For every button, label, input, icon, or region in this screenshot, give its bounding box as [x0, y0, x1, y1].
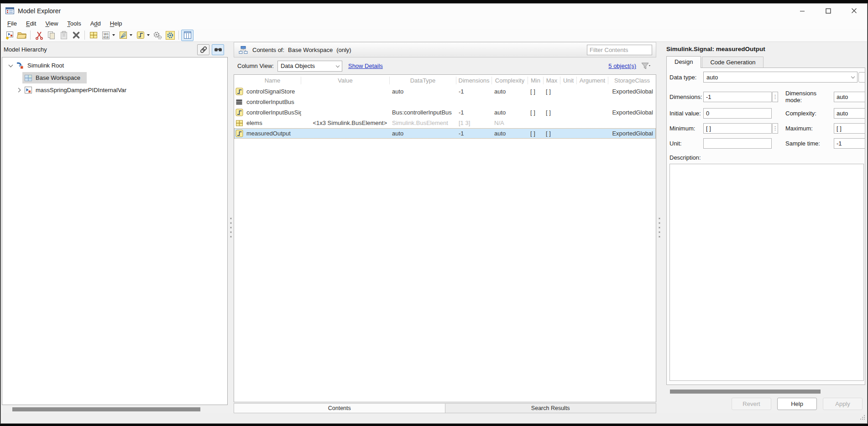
expand-toggle[interactable] — [15, 88, 22, 92]
close-button[interactable] — [841, 4, 867, 18]
screen: Model Explorer FileEditViewToolsAddHelp … — [0, 0, 868, 426]
table-row-elems[interactable]: elems<1x3 Simulink.BusElement>Simulink.B… — [234, 118, 656, 128]
menu-add[interactable]: Add — [86, 20, 105, 27]
table-row-controlsignalstore[interactable]: controlSignalStoreauto-1auto[ ][ ]Export… — [234, 86, 656, 97]
cell-name: controlSignalStore — [244, 88, 301, 95]
model-explorer-app-icon — [5, 7, 14, 14]
tab-contents[interactable]: Contents — [234, 404, 445, 413]
menu-help[interactable]: Help — [105, 20, 127, 27]
dimensions-mode-select[interactable]: auto — [834, 92, 865, 102]
cell-max: [ ] — [544, 88, 560, 95]
tree-item-massspringdamperpidinternalvar[interactable]: massSpringDamperPIDInternalVar — [2, 84, 227, 96]
minimize-button[interactable] — [789, 4, 815, 18]
expand-toggle[interactable] — [7, 65, 14, 67]
toolbar-value-display-button[interactable]: 101010 — [99, 30, 112, 41]
resize-grip-icon[interactable] — [859, 415, 865, 422]
toolbar-value-display-dropdown-arrow[interactable] — [112, 34, 115, 36]
table-row-measuredoutput[interactable]: measuredOutputauto-1auto[ ][ ]ExportedGl… — [234, 128, 656, 139]
toolbar-gears-button[interactable] — [152, 30, 164, 41]
filter-contents-input[interactable] — [587, 45, 652, 55]
show-library-links-button[interactable] — [197, 44, 209, 55]
left-splitter[interactable] — [228, 42, 234, 413]
toolbar-separator — [84, 31, 85, 40]
show-masked-subsystems-button[interactable] — [212, 44, 224, 55]
toolbar-new-model-button[interactable] — [3, 30, 16, 41]
tab-design[interactable]: Design — [666, 56, 701, 68]
properties-hscrollbar[interactable] — [666, 389, 865, 394]
dimensions-stepper[interactable]: ⋮ — [772, 92, 778, 102]
design-tab-content: Data type: auto Dimensions: ⋮ Di — [666, 68, 865, 385]
column-header-complexity[interactable]: Complexity — [492, 77, 528, 84]
tab-search-results[interactable]: Search Results — [445, 404, 656, 413]
titlebar[interactable]: Model Explorer — [1, 4, 867, 18]
sample-time-input[interactable]: -1 — [834, 138, 865, 149]
column-header-storageclass[interactable]: StorageClass — [608, 77, 656, 84]
status-bar — [1, 413, 867, 423]
menu-file[interactable]: File — [3, 20, 21, 27]
toolbar-quad-view-button[interactable] — [87, 30, 99, 41]
minimum-input[interactable] — [703, 123, 772, 134]
toolbar-add-signal-button[interactable] — [134, 30, 146, 41]
data-type-assistant-button[interactable] — [858, 72, 865, 83]
hierarchy-hscrollbar-thumb[interactable] — [12, 407, 200, 411]
tree-item-label: Simulink Root — [27, 62, 64, 69]
complexity-label: Complexity: — [781, 110, 833, 117]
column-header-name[interactable]: Name — [244, 77, 301, 84]
menu-edit[interactable]: Edit — [21, 20, 41, 27]
toolbar-open-button[interactable] — [16, 30, 28, 41]
properties-hscrollbar-thumb[interactable] — [670, 390, 821, 394]
maximize-button[interactable] — [815, 4, 841, 18]
revert-button[interactable]: Revert — [732, 398, 771, 410]
hierarchy-hscrollbar[interactable] — [2, 406, 228, 413]
tab-code-generation[interactable]: Code Generation — [702, 57, 763, 68]
toolbar-add-signal-dropdown-arrow[interactable] — [147, 34, 150, 36]
column-view-select[interactable]: Data Objects — [277, 61, 342, 72]
column-header-unit[interactable]: Unit — [560, 77, 577, 84]
toolbar-plot-curves-button[interactable] — [117, 30, 129, 41]
toolbar-column-view-button[interactable] — [181, 30, 193, 41]
dimensions-input[interactable] — [703, 92, 772, 102]
cell-datatype: auto — [390, 130, 456, 137]
tree-item-body[interactable]: massSpringDamperPIDInternalVar — [22, 84, 133, 96]
column-header-min[interactable]: Min — [528, 77, 544, 84]
toolbar-cut-button[interactable] — [33, 30, 45, 41]
tree-item-simulink-root[interactable]: Simulink Root — [2, 59, 227, 72]
unit-input[interactable] — [703, 138, 772, 149]
description-textarea[interactable] — [669, 164, 864, 381]
right-splitter[interactable] — [656, 42, 662, 413]
tree-item-body[interactable]: Simulink Root — [14, 60, 70, 71]
maximum-input[interactable]: [ ] — [834, 123, 865, 134]
cell-dimensions: -1 — [456, 130, 492, 137]
table-row-controllerinputbussignal[interactable]: controllerInputBusSignalBus:controllerIn… — [234, 107, 656, 118]
complexity-select[interactable]: auto — [834, 108, 865, 119]
minimum-stepper[interactable]: ⋮ — [772, 123, 778, 134]
toolbar-gear-box-button[interactable] — [164, 30, 176, 41]
apply-button[interactable]: Apply — [823, 398, 863, 410]
toolbar-plot-curves-dropdown-arrow[interactable] — [130, 34, 132, 36]
cell-storageclass: ExportedGlobal — [608, 109, 656, 116]
column-header-argument[interactable]: Argument — [577, 77, 608, 84]
filter-options-button[interactable] — [641, 62, 652, 71]
show-details-link[interactable]: Show Details — [348, 62, 383, 69]
menu-tools[interactable]: Tools — [63, 20, 85, 27]
tree-item-base-workspace[interactable]: Base Workspace — [2, 72, 227, 84]
column-header-max[interactable]: Max — [544, 77, 560, 84]
column-header-value[interactable]: Value — [301, 77, 390, 84]
toolbar: 101010 — [1, 29, 867, 42]
object-count-link[interactable]: 5 object(s) — [608, 62, 636, 69]
help-button[interactable]: Help — [777, 398, 817, 410]
tree-item-body[interactable]: Base Workspace — [22, 72, 87, 83]
initial-value-label: Initial value: — [669, 110, 702, 117]
unit-label: Unit: — [669, 140, 702, 147]
menu-view[interactable]: View — [41, 20, 63, 27]
toolbar-paste-button[interactable] — [58, 30, 70, 41]
toolbar-copy-button[interactable] — [45, 30, 58, 41]
data-type-select[interactable]: auto — [703, 72, 858, 83]
tree-item-label: massSpringDamperPIDInternalVar — [36, 87, 126, 94]
contents-table: NameValueDataTypeDimensionsComplexityMin… — [234, 74, 656, 402]
column-header-dimensions[interactable]: Dimensions — [456, 77, 492, 84]
table-row-controllerinputbus[interactable]: controllerInputBus — [234, 97, 656, 107]
toolbar-delete-button[interactable] — [70, 30, 82, 41]
column-header-datatype[interactable]: DataType — [390, 77, 456, 84]
initial-value-input[interactable] — [703, 108, 772, 119]
